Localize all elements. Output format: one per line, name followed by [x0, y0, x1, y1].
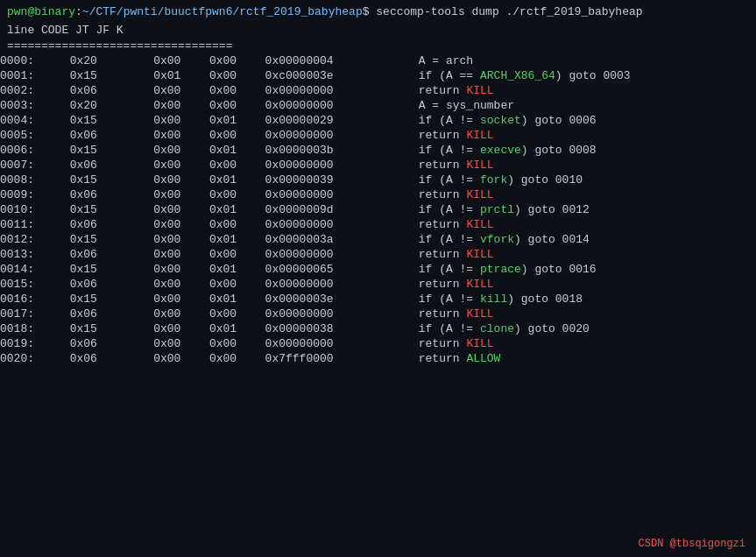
col-k: 0x0000003a — [265, 232, 419, 247]
col-code: 0x15 — [70, 68, 154, 83]
col-desc: if (A != prctl) goto 0012 — [419, 202, 756, 217]
col-jf: 0x01 — [209, 143, 265, 158]
col-jt: 0x00 — [153, 321, 209, 336]
col-jt: 0x00 — [153, 128, 209, 143]
col-line: 0006: — [0, 143, 70, 158]
col-code: 0x15 — [70, 262, 154, 277]
col-jt: 0x00 — [153, 351, 209, 366]
col-jf: 0x00 — [209, 68, 265, 83]
col-desc: if (A != vfork) goto 0014 — [419, 232, 756, 247]
col-code: 0x06 — [70, 307, 154, 321]
table-row: 0014: 0x15 0x00 0x01 0x00000065 if (A !=… — [0, 262, 756, 277]
col-jt: 0x00 — [153, 187, 209, 202]
col-desc: return KILL — [419, 83, 756, 98]
col-jf: 0x00 — [209, 83, 265, 98]
col-code: 0x06 — [70, 277, 154, 292]
col-code: 0x06 — [70, 128, 154, 143]
col-line: 0015: — [0, 277, 70, 292]
table-row: 0018: 0x15 0x00 0x01 0x00000038 if (A !=… — [0, 321, 756, 336]
col-code: 0x06 — [70, 336, 154, 351]
col-desc: if (A != fork) goto 0010 — [419, 173, 756, 187]
col-jf: 0x00 — [209, 217, 265, 232]
col-line: 0002: — [0, 83, 70, 98]
table-row: 0010: 0x15 0x00 0x01 0x0000009d if (A !=… — [0, 202, 756, 217]
col-desc: A = sys_number — [419, 98, 756, 113]
table-header: line CODE JT JF K — [0, 22, 756, 39]
col-k: 0x00000004 — [265, 53, 419, 68]
table-row: 0015: 0x06 0x00 0x00 0x00000000 return K… — [0, 277, 756, 292]
col-jf: 0x00 — [209, 247, 265, 262]
table-row: 0009: 0x06 0x00 0x00 0x00000000 return K… — [0, 187, 756, 202]
col-code: 0x15 — [70, 113, 154, 128]
table-row: 0000: 0x20 0x00 0x00 0x00000004 A = arch — [0, 53, 756, 68]
col-jf: 0x00 — [209, 53, 265, 68]
col-jf: 0x01 — [209, 202, 265, 217]
col-code: 0x06 — [70, 247, 154, 262]
col-jt: 0x00 — [153, 277, 209, 292]
col-desc: return ALLOW — [419, 351, 756, 366]
col-line: 0017: — [0, 307, 70, 321]
col-desc: return KILL — [419, 277, 756, 292]
col-line: 0013: — [0, 247, 70, 262]
col-k: 0x00000000 — [265, 187, 419, 202]
table-row: 0016: 0x15 0x00 0x01 0x0000003e if (A !=… — [0, 292, 756, 307]
col-jf: 0x00 — [209, 336, 265, 351]
col-jt: 0x01 — [153, 68, 209, 83]
col-code: 0x15 — [70, 321, 154, 336]
table-row: 0006: 0x15 0x00 0x01 0x0000003b if (A !=… — [0, 143, 756, 158]
col-code: 0x20 — [70, 98, 154, 113]
col-line: 0020: — [0, 351, 70, 366]
col-line: 0011: — [0, 217, 70, 232]
col-k: 0x00000039 — [265, 173, 419, 187]
col-k: 0xc000003e — [265, 68, 419, 83]
table-row: 0005: 0x06 0x00 0x00 0x00000000 return K… — [0, 128, 756, 143]
col-line: 0005: — [0, 128, 70, 143]
col-k: 0x0000003e — [265, 292, 419, 307]
col-jf: 0x00 — [209, 158, 265, 173]
col-jf: 0x01 — [209, 232, 265, 247]
table-row: 0020: 0x06 0x00 0x00 0x7fff0000 return A… — [0, 351, 756, 366]
col-jt: 0x00 — [153, 202, 209, 217]
prompt-user: pwn@binary — [7, 5, 75, 18]
col-line: 0016: — [0, 292, 70, 307]
terminal: pwn@binary:~/CTF/pwnti/buuctfpwn6/rctf_2… — [0, 0, 756, 557]
col-code: 0x15 — [70, 232, 154, 247]
col-desc: if (A != ptrace) goto 0016 — [419, 262, 756, 277]
col-jf: 0x00 — [209, 98, 265, 113]
col-desc: return KILL — [419, 187, 756, 202]
col-desc: if (A != clone) goto 0020 — [419, 321, 756, 336]
watermark: CSDN @tbsqigongzi — [639, 538, 745, 550]
table-row: 0013: 0x06 0x00 0x00 0x00000000 return K… — [0, 247, 756, 262]
table-separator: ================================= — [0, 39, 756, 53]
table-row: 0012: 0x15 0x00 0x01 0x0000003a if (A !=… — [0, 232, 756, 247]
table-row: 0011: 0x06 0x00 0x00 0x00000000 return K… — [0, 217, 756, 232]
col-line: 0007: — [0, 158, 70, 173]
col-jt: 0x00 — [153, 173, 209, 187]
col-line: 0019: — [0, 336, 70, 351]
col-jf: 0x00 — [209, 277, 265, 292]
col-line: 0004: — [0, 113, 70, 128]
prompt-separator: : — [75, 5, 82, 18]
col-code: 0x06 — [70, 217, 154, 232]
col-jt: 0x00 — [153, 217, 209, 232]
col-jt: 0x00 — [153, 158, 209, 173]
col-desc: if (A != socket) goto 0006 — [419, 113, 756, 128]
col-jf: 0x01 — [209, 262, 265, 277]
col-line: 0012: — [0, 232, 70, 247]
col-code: 0x15 — [70, 143, 154, 158]
prompt-command: $ seccomp-tools dump ./rctf_2019_babyhea… — [363, 5, 643, 18]
col-jt: 0x00 — [153, 83, 209, 98]
seccomp-table: 0000: 0x20 0x00 0x00 0x00000004 A = arch… — [0, 53, 756, 366]
col-k: 0x00000000 — [265, 247, 419, 262]
table-row: 0003: 0x20 0x00 0x00 0x00000000 A = sys_… — [0, 98, 756, 113]
col-k: 0x7fff0000 — [265, 351, 419, 366]
col-code: 0x06 — [70, 351, 154, 366]
col-desc: if (A != kill) goto 0018 — [419, 292, 756, 307]
col-desc: A = arch — [419, 53, 756, 68]
table-row: 0017: 0x06 0x00 0x00 0x00000000 return K… — [0, 307, 756, 321]
col-desc: return KILL — [419, 336, 756, 351]
col-jt: 0x00 — [153, 98, 209, 113]
col-jt: 0x00 — [153, 232, 209, 247]
col-k: 0x00000000 — [265, 158, 419, 173]
col-k: 0x00000065 — [265, 262, 419, 277]
